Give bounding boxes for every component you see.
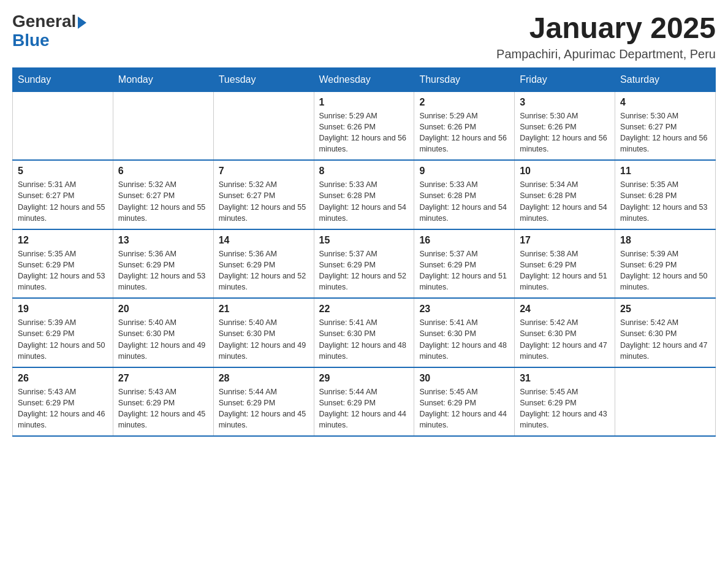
- day-number: 9: [419, 166, 509, 177]
- calendar-cell: 6Sunrise: 5:32 AMSunset: 6:27 PMDaylight…: [113, 160, 213, 229]
- calendar-table: SundayMondayTuesdayWednesdayThursdayFrid…: [12, 67, 716, 437]
- weekday-header-saturday: Saturday: [615, 67, 716, 91]
- day-number: 25: [620, 304, 710, 315]
- calendar-cell: 13Sunrise: 5:36 AMSunset: 6:29 PMDayligh…: [113, 229, 213, 299]
- day-info: Sunrise: 5:31 AMSunset: 6:27 PMDaylight:…: [18, 179, 108, 224]
- day-info: Sunrise: 5:37 AMSunset: 6:29 PMDaylight:…: [319, 248, 409, 293]
- calendar-cell: 28Sunrise: 5:44 AMSunset: 6:29 PMDayligh…: [213, 367, 314, 437]
- day-number: 8: [319, 166, 409, 177]
- day-info: Sunrise: 5:42 AMSunset: 6:30 PMDaylight:…: [620, 317, 710, 362]
- calendar-subtitle: Pampachiri, Apurimac Department, Peru: [496, 47, 716, 61]
- calendar-week-4: 19Sunrise: 5:39 AMSunset: 6:29 PMDayligh…: [13, 298, 716, 367]
- calendar-cell: 25Sunrise: 5:42 AMSunset: 6:30 PMDayligh…: [615, 298, 716, 367]
- calendar-cell: 1Sunrise: 5:29 AMSunset: 6:26 PMDaylight…: [314, 91, 414, 160]
- day-info: Sunrise: 5:37 AMSunset: 6:29 PMDaylight:…: [419, 248, 509, 293]
- day-number: 24: [520, 304, 610, 315]
- calendar-cell: 20Sunrise: 5:40 AMSunset: 6:30 PMDayligh…: [113, 298, 213, 367]
- day-number: 18: [620, 235, 710, 246]
- day-info: Sunrise: 5:32 AMSunset: 6:27 PMDaylight:…: [118, 179, 208, 224]
- calendar-cell: 9Sunrise: 5:33 AMSunset: 6:28 PMDaylight…: [414, 160, 515, 229]
- weekday-header-tuesday: Tuesday: [213, 67, 314, 91]
- day-number: 28: [219, 373, 309, 384]
- calendar-cell: [113, 91, 213, 160]
- calendar-cell: 22Sunrise: 5:41 AMSunset: 6:30 PMDayligh…: [314, 298, 414, 367]
- calendar-body: 1Sunrise: 5:29 AMSunset: 6:26 PMDaylight…: [13, 91, 716, 436]
- day-number: 12: [18, 235, 108, 246]
- calendar-week-5: 26Sunrise: 5:43 AMSunset: 6:29 PMDayligh…: [13, 367, 716, 437]
- calendar-cell: 12Sunrise: 5:35 AMSunset: 6:29 PMDayligh…: [13, 229, 113, 299]
- day-info: Sunrise: 5:39 AMSunset: 6:29 PMDaylight:…: [620, 248, 710, 293]
- day-number: 1: [319, 97, 409, 108]
- day-info: Sunrise: 5:34 AMSunset: 6:28 PMDaylight:…: [520, 179, 610, 224]
- calendar-title: January 2025: [496, 12, 716, 45]
- logo-general-text: General: [12, 12, 76, 31]
- weekday-row: SundayMondayTuesdayWednesdayThursdayFrid…: [13, 67, 716, 91]
- day-number: 5: [18, 166, 108, 177]
- day-number: 15: [319, 235, 409, 246]
- day-info: Sunrise: 5:29 AMSunset: 6:26 PMDaylight:…: [319, 110, 409, 155]
- day-number: 31: [520, 373, 610, 384]
- calendar-week-2: 5Sunrise: 5:31 AMSunset: 6:27 PMDaylight…: [13, 160, 716, 229]
- calendar-cell: 31Sunrise: 5:45 AMSunset: 6:29 PMDayligh…: [515, 367, 615, 437]
- calendar-cell: 29Sunrise: 5:44 AMSunset: 6:29 PMDayligh…: [314, 367, 414, 437]
- day-info: Sunrise: 5:40 AMSunset: 6:30 PMDaylight:…: [118, 317, 208, 362]
- calendar-cell: 26Sunrise: 5:43 AMSunset: 6:29 PMDayligh…: [13, 367, 113, 437]
- calendar-cell: 10Sunrise: 5:34 AMSunset: 6:28 PMDayligh…: [515, 160, 615, 229]
- calendar-cell: [13, 91, 113, 160]
- calendar-cell: 16Sunrise: 5:37 AMSunset: 6:29 PMDayligh…: [414, 229, 515, 299]
- calendar-cell: 7Sunrise: 5:32 AMSunset: 6:27 PMDaylight…: [213, 160, 314, 229]
- calendar-cell: 30Sunrise: 5:45 AMSunset: 6:29 PMDayligh…: [414, 367, 515, 437]
- calendar-cell: 2Sunrise: 5:29 AMSunset: 6:26 PMDaylight…: [414, 91, 515, 160]
- day-info: Sunrise: 5:43 AMSunset: 6:29 PMDaylight:…: [18, 386, 108, 431]
- calendar-header: SundayMondayTuesdayWednesdayThursdayFrid…: [13, 67, 716, 91]
- calendar-cell: 17Sunrise: 5:38 AMSunset: 6:29 PMDayligh…: [515, 229, 615, 299]
- calendar-cell: [615, 367, 716, 437]
- day-number: 14: [219, 235, 309, 246]
- calendar-cell: 4Sunrise: 5:30 AMSunset: 6:27 PMDaylight…: [615, 91, 716, 160]
- day-info: Sunrise: 5:36 AMSunset: 6:29 PMDaylight:…: [219, 248, 309, 293]
- day-number: 7: [219, 166, 309, 177]
- calendar-cell: 24Sunrise: 5:42 AMSunset: 6:30 PMDayligh…: [515, 298, 615, 367]
- day-number: 13: [118, 235, 208, 246]
- logo: General Blue: [12, 12, 86, 50]
- weekday-header-monday: Monday: [113, 67, 213, 91]
- day-info: Sunrise: 5:35 AMSunset: 6:29 PMDaylight:…: [18, 248, 108, 293]
- calendar-cell: 3Sunrise: 5:30 AMSunset: 6:26 PMDaylight…: [515, 91, 615, 160]
- calendar-cell: 21Sunrise: 5:40 AMSunset: 6:30 PMDayligh…: [213, 298, 314, 367]
- day-info: Sunrise: 5:29 AMSunset: 6:26 PMDaylight:…: [419, 110, 509, 155]
- day-number: 20: [118, 304, 208, 315]
- day-number: 26: [18, 373, 108, 384]
- day-info: Sunrise: 5:39 AMSunset: 6:29 PMDaylight:…: [18, 317, 108, 362]
- day-number: 30: [419, 373, 509, 384]
- day-info: Sunrise: 5:35 AMSunset: 6:28 PMDaylight:…: [620, 179, 710, 224]
- day-info: Sunrise: 5:30 AMSunset: 6:26 PMDaylight:…: [520, 110, 610, 155]
- calendar-week-1: 1Sunrise: 5:29 AMSunset: 6:26 PMDaylight…: [13, 91, 716, 160]
- weekday-header-friday: Friday: [515, 67, 615, 91]
- day-info: Sunrise: 5:32 AMSunset: 6:27 PMDaylight:…: [219, 179, 309, 224]
- calendar-cell: 8Sunrise: 5:33 AMSunset: 6:28 PMDaylight…: [314, 160, 414, 229]
- day-info: Sunrise: 5:33 AMSunset: 6:28 PMDaylight:…: [419, 179, 509, 224]
- day-number: 11: [620, 166, 710, 177]
- day-info: Sunrise: 5:33 AMSunset: 6:28 PMDaylight:…: [319, 179, 409, 224]
- calendar-week-3: 12Sunrise: 5:35 AMSunset: 6:29 PMDayligh…: [13, 229, 716, 299]
- day-info: Sunrise: 5:44 AMSunset: 6:29 PMDaylight:…: [319, 386, 409, 431]
- day-info: Sunrise: 5:42 AMSunset: 6:30 PMDaylight:…: [520, 317, 610, 362]
- calendar-cell: 15Sunrise: 5:37 AMSunset: 6:29 PMDayligh…: [314, 229, 414, 299]
- day-info: Sunrise: 5:38 AMSunset: 6:29 PMDaylight:…: [520, 248, 610, 293]
- logo-blue-text: Blue: [12, 31, 86, 50]
- day-info: Sunrise: 5:44 AMSunset: 6:29 PMDaylight:…: [219, 386, 309, 431]
- day-info: Sunrise: 5:30 AMSunset: 6:27 PMDaylight:…: [620, 110, 710, 155]
- day-number: 21: [219, 304, 309, 315]
- day-info: Sunrise: 5:41 AMSunset: 6:30 PMDaylight:…: [319, 317, 409, 362]
- calendar-cell: 19Sunrise: 5:39 AMSunset: 6:29 PMDayligh…: [13, 298, 113, 367]
- day-info: Sunrise: 5:45 AMSunset: 6:29 PMDaylight:…: [520, 386, 610, 431]
- day-number: 2: [419, 97, 509, 108]
- day-number: 6: [118, 166, 208, 177]
- day-number: 4: [620, 97, 710, 108]
- calendar-cell: 14Sunrise: 5:36 AMSunset: 6:29 PMDayligh…: [213, 229, 314, 299]
- weekday-header-wednesday: Wednesday: [314, 67, 414, 91]
- day-info: Sunrise: 5:43 AMSunset: 6:29 PMDaylight:…: [118, 386, 208, 431]
- day-number: 16: [419, 235, 509, 246]
- day-number: 23: [419, 304, 509, 315]
- day-number: 19: [18, 304, 108, 315]
